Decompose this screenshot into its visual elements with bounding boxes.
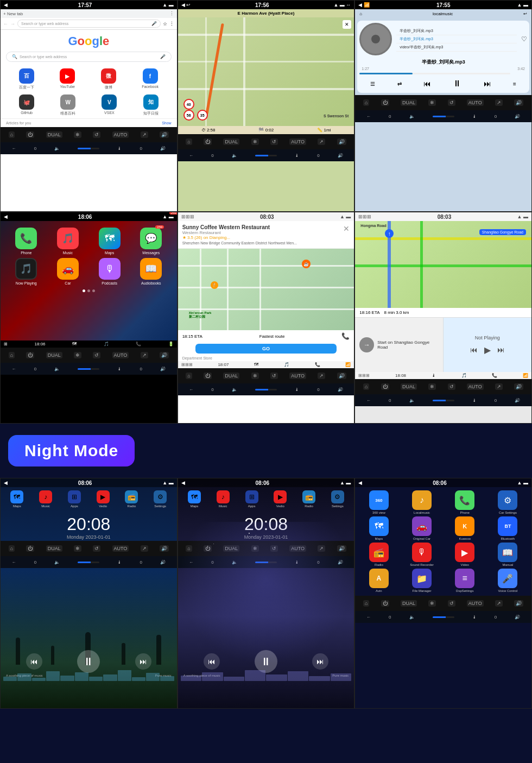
menu-icon[interactable]: ⋮ xyxy=(169,21,174,27)
play-btn-nav[interactable]: ▶ xyxy=(484,345,491,355)
curve-btn-4[interactable]: ↗ xyxy=(141,352,148,358)
music-progress-bar[interactable] xyxy=(359,73,510,74)
nav-forward[interactable]: → xyxy=(10,21,15,27)
grid-5[interactable]: ⊞⊞⊞ xyxy=(181,214,194,219)
bookmark-vsex[interactable]: V VSEX xyxy=(102,94,117,116)
power-btn-1[interactable]: ⏻ xyxy=(26,131,34,138)
curve-btn-2[interactable]: ↗ xyxy=(318,138,325,145)
shuffle-icon[interactable]: ⇄ xyxy=(397,81,402,87)
back-music[interactable]: ↩ xyxy=(523,11,527,16)
app-bluetooth[interactable]: BT Bluetooth xyxy=(487,516,528,540)
app-360view[interactable]: 360 360 view xyxy=(358,490,399,514)
app-phone-n[interactable]: 📞 Phone xyxy=(445,490,485,514)
phone-cn[interactable]: 📞 xyxy=(492,373,497,378)
home-btn-4[interactable]: ⌂ xyxy=(9,352,15,358)
song-3[interactable]: video/半壶纱_刘珂矣.mp3 xyxy=(396,43,517,52)
back-4[interactable]: ◀ xyxy=(4,214,8,219)
grid-maps[interactable]: ⊞⊞⊞ xyxy=(181,362,193,367)
bookmark-icon[interactable]: ☆ xyxy=(163,21,167,27)
back-arrow[interactable]: ◀ xyxy=(4,2,8,8)
grid-6[interactable]: ⊞⊞⊞ xyxy=(358,214,371,219)
snow-btn-3[interactable]: ❄ xyxy=(428,99,436,106)
ni1-maps[interactable]: 🗺 Maps xyxy=(10,490,23,508)
power-btn-3[interactable]: ⏻ xyxy=(381,99,389,106)
auto-btn-3[interactable]: AUTO xyxy=(467,99,484,106)
ni1-vedio[interactable]: ▶ Vedio xyxy=(97,490,110,508)
loop-btn-4[interactable]: ↺ xyxy=(93,352,100,358)
nav-back[interactable]: ← xyxy=(3,21,8,27)
grid-cn[interactable]: ⊞⊞⊞ xyxy=(358,373,370,378)
auto-btn-2[interactable]: AUTO xyxy=(289,138,306,145)
dot-1[interactable] xyxy=(83,289,85,292)
prev-btn-nav[interactable]: ⏮ xyxy=(470,345,478,354)
dot-3[interactable] xyxy=(92,289,95,292)
app-filemanager[interactable]: 📁 File Manager xyxy=(401,569,442,592)
home-btn-2[interactable]: ⌂ xyxy=(186,138,192,145)
snow-btn-4[interactable]: ❄ xyxy=(74,352,81,358)
dual-btn-4[interactable]: DUAL xyxy=(46,352,62,358)
back-sub-2[interactable]: ← xyxy=(189,153,193,158)
close-nav[interactable]: ✕ xyxy=(343,20,351,29)
auto-btn-4[interactable]: AUTO xyxy=(112,352,129,358)
dual-btn-2[interactable]: DUAL xyxy=(223,138,239,145)
dock-music[interactable]: 🎵 xyxy=(104,342,109,346)
grid-icon[interactable]: ⊞ xyxy=(4,342,8,346)
app-nowplaying[interactable]: 🎵 Now Playing xyxy=(7,258,46,285)
bookmark-facebook[interactable]: f Facebook xyxy=(142,68,159,90)
back-2[interactable]: ◀ ↩ xyxy=(181,2,191,8)
tab-options[interactable]: ⋮ xyxy=(169,11,174,16)
bookmark-baidu[interactable]: 百 百度一下 xyxy=(19,68,34,90)
song-2[interactable]: 半壶纱_刘珂矣.mp3 xyxy=(396,35,517,43)
back-n1[interactable]: ◀ xyxy=(4,480,8,485)
loop-btn-3[interactable]: ↺ xyxy=(448,99,455,106)
music-icon-2[interactable]: 🎵 xyxy=(284,362,289,367)
vol-btn-1[interactable]: 🔊 xyxy=(160,131,169,138)
app-localmusic[interactable]: ♪ Localmusic xyxy=(401,490,442,514)
audio-1[interactable]: 🔈 xyxy=(54,146,60,151)
ni2-maps[interactable]: 🗺 Maps xyxy=(188,490,201,508)
ni2-vedio[interactable]: ▶ Vedio xyxy=(274,490,287,508)
vol-btn-4[interactable]: 🔊 xyxy=(160,352,169,358)
curve-btn-1[interactable]: ↗ xyxy=(141,131,148,138)
power-btn-4[interactable]: ⏻ xyxy=(26,352,34,358)
app-messages[interactable]: 💬 259 Messages xyxy=(132,228,170,255)
app-avin[interactable]: A Avin xyxy=(358,569,399,592)
ni1-music[interactable]: ♪ Music xyxy=(39,490,52,508)
prev-icon[interactable]: ⏮ xyxy=(423,79,431,88)
go-button[interactable]: GO xyxy=(195,344,337,354)
bookmark-weibo[interactable]: 微 微博 xyxy=(101,68,116,90)
heart-icon[interactable]: ♡ xyxy=(521,35,527,43)
ni1-settings[interactable]: ⚙ Settings xyxy=(154,490,167,508)
app-voicecontrol[interactable]: 🎤 Voice Control xyxy=(487,569,528,592)
next-btn-night2[interactable]: ⏭ xyxy=(312,653,328,670)
bookmark-github[interactable]: 🐙 GitHub xyxy=(19,94,34,116)
app-podcasts[interactable]: 🎙 Podcasts xyxy=(90,258,129,285)
back-sub-1[interactable]: ← xyxy=(12,146,16,151)
app-original-car[interactable]: 🚗 Original Car xyxy=(401,516,442,540)
loop-btn-2[interactable]: ↺ xyxy=(270,138,278,145)
playlist-icon[interactable]: ☰ xyxy=(370,81,375,87)
next-btn-night1[interactable]: ⏭ xyxy=(135,653,151,670)
prev-btn-night2[interactable]: ⏮ xyxy=(204,653,220,670)
song-1[interactable]: 半壶纱_刘珂矣.mp3 xyxy=(396,27,517,35)
pause-icon[interactable]: ⏸ xyxy=(453,79,461,89)
power-btn-2[interactable]: ⏻ xyxy=(204,138,212,145)
url-bar[interactable]: Search or type web address 🎤 xyxy=(17,20,161,28)
next-icon[interactable]: ⏭ xyxy=(484,79,491,88)
dock-phone[interactable]: 📞 xyxy=(136,342,141,346)
dock-map[interactable]: 🗺 xyxy=(72,342,77,346)
bookmark-youtube[interactable]: ▶ YouTube xyxy=(60,68,75,90)
pause-btn-night2[interactable]: ⏸ xyxy=(255,650,277,673)
phone-icon-2[interactable]: 📞 xyxy=(315,362,320,367)
snow-btn-2[interactable]: ❄ xyxy=(251,138,259,145)
app-radio-n[interactable]: 📻 Radio xyxy=(358,543,399,566)
close-poi[interactable]: ✕ xyxy=(343,224,350,233)
ni2-radio[interactable]: 📻 Radio xyxy=(302,490,315,508)
prev-btn-night1[interactable]: ⏮ xyxy=(26,653,42,670)
home-btn-1[interactable]: ⌂ xyxy=(9,131,15,138)
pause-btn-night1[interactable]: ⏸ xyxy=(77,650,100,673)
app-music[interactable]: 🎵 Music xyxy=(49,228,87,255)
app-car-settings[interactable]: ⚙ Car Settings xyxy=(487,490,528,514)
snow-btn-1[interactable]: ❄ xyxy=(74,131,81,138)
back-n2[interactable]: ◀ xyxy=(181,480,185,485)
